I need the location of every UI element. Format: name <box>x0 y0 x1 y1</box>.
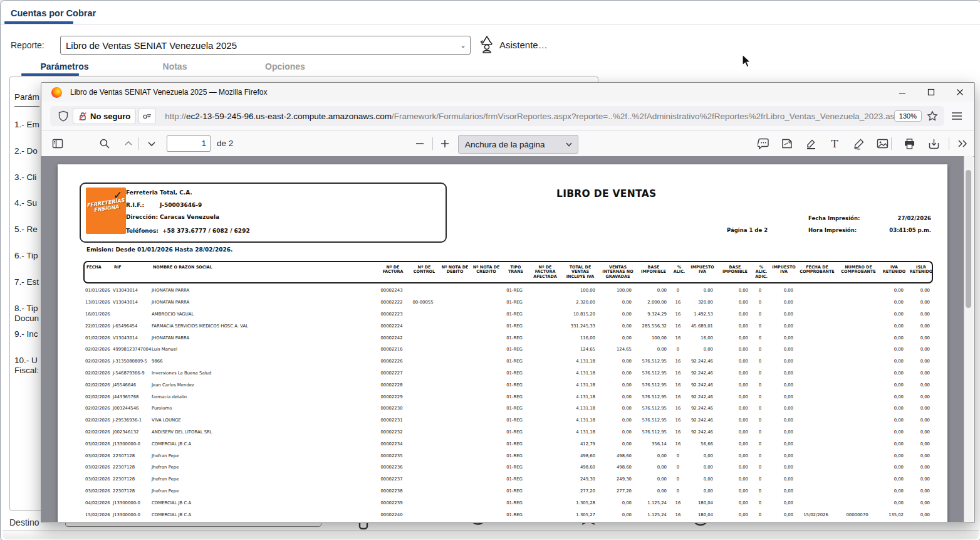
site-security-chip[interactable]: No seguro <box>73 108 136 124</box>
table-cell: 00002236 <box>375 465 408 470</box>
close-button[interactable] <box>946 83 974 102</box>
menu-icon[interactable] <box>951 111 962 121</box>
firefox-window: Libro de Ventas SENIAT Venezuela 2025 — … <box>41 82 975 523</box>
table-cell: 0,00 <box>716 300 751 305</box>
table-cell: 16/01/2026 <box>83 312 111 317</box>
table-cell: ANDISERV DEL LITORAL SRL <box>150 430 375 435</box>
table-cell: 0,00 <box>907 489 933 494</box>
table-cell: 02/02/2026 <box>83 347 111 352</box>
permissions-icon[interactable] <box>138 108 156 124</box>
table-cell: 0,00 <box>598 371 635 376</box>
search-icon[interactable] <box>97 136 112 151</box>
image-tool-icon[interactable] <box>875 136 890 151</box>
table-cell: 00002230 <box>375 406 408 411</box>
previous-page-icon[interactable] <box>121 136 136 151</box>
window-tab-cuentas-por-cobrar[interactable]: Cuentas por Cobrar <box>11 8 96 18</box>
table-cell: 02/02/2026 <box>83 406 111 411</box>
maximize-button[interactable] <box>917 83 946 102</box>
table-cell: 0 <box>751 394 769 400</box>
direccion-label: Dirección: <box>126 214 158 220</box>
table-cell: 576.512,95 <box>635 371 670 376</box>
table-cell: 0 <box>751 430 769 435</box>
column-header: IVA RETENIDO <box>880 265 908 280</box>
shield-icon[interactable] <box>58 110 69 122</box>
table-cell: 0,00 <box>879 383 907 388</box>
zoom-out-icon[interactable] <box>412 136 427 151</box>
table-cell: 0 <box>751 359 769 364</box>
table-cell: 0,00 <box>716 477 751 482</box>
reporte-select[interactable]: Libro de Ventas SENIAT Venezuela 2025 ⌄ <box>60 36 471 55</box>
table-cell: 0,00 <box>769 500 796 506</box>
table-cell: 0,00 <box>635 477 670 482</box>
minimize-button[interactable] <box>888 83 917 102</box>
column-header: % ALIC. ADIC. <box>753 265 770 280</box>
text-tool-icon[interactable]: T <box>827 136 842 151</box>
table-cell: 1.492,53 <box>686 312 716 317</box>
table-cell: 01-REG <box>501 383 528 388</box>
table-cell: 0,00 <box>769 418 796 423</box>
table-cell: 285.556,32 <box>635 324 670 329</box>
tab-notas[interactable]: Notas <box>120 58 230 71</box>
page-number-input[interactable]: 1 <box>167 135 211 152</box>
table-cell: J45546646 <box>111 383 150 388</box>
table-cell: 03/02/2026 <box>83 477 111 482</box>
zoom-mode-select[interactable]: Anchura de la página <box>458 135 578 154</box>
table-cell: 16 <box>670 312 686 317</box>
table-cell: 01-REG <box>501 477 528 482</box>
table-cell: 0,00 <box>716 430 751 435</box>
titlebar[interactable]: Libro de Ventas SENIAT Venezuela 2025 — … <box>41 83 974 102</box>
url-text[interactable]: http://ec2-13-59-245-96.us-east-2.comput… <box>165 112 894 121</box>
table-cell: 576.512,95 <box>635 359 670 364</box>
table-cell: 2.320,00 <box>560 300 598 305</box>
table-cell: J003244546 <box>111 406 150 411</box>
table-cell: 02/02/2026 <box>83 359 111 364</box>
table-cell: 0,00 <box>907 430 933 435</box>
table-cell: 0,00 <box>635 489 670 494</box>
table-cell: 0,00 <box>907 465 933 470</box>
url-bar[interactable]: No seguro http://ec2-13-59-245-96.us-eas… <box>50 106 944 126</box>
print-icon[interactable] <box>902 136 917 151</box>
table-cell: 16 <box>670 430 686 435</box>
signature-icon[interactable] <box>779 136 795 151</box>
table-cell: 0,00 <box>769 300 796 305</box>
table-cell: 0,00 <box>769 489 796 494</box>
table-cell: 0 <box>751 453 769 458</box>
table-cell: 180,04 <box>686 512 716 517</box>
next-page-icon[interactable] <box>144 136 159 151</box>
firefox-logo-icon <box>51 87 62 98</box>
table-cell: 0,00 <box>879 336 907 341</box>
highlighter-icon[interactable] <box>803 136 818 151</box>
tab-opciones[interactable]: Opciones <box>230 58 340 71</box>
table-cell: 01-REG <box>501 347 528 352</box>
table-cell: farmacia detalin <box>150 394 375 400</box>
table-cell: 00002216 <box>375 347 408 352</box>
table-cell: Jean Carlos Mendez <box>150 383 375 388</box>
zoom-in-icon[interactable] <box>437 136 452 151</box>
table-cell: 0,00 <box>716 453 751 458</box>
table-cell: 0,00 <box>769 512 796 517</box>
double-chevron-icon[interactable] <box>955 136 970 151</box>
asistente-button[interactable]: Asistente… <box>478 35 548 54</box>
table-cell: J-65496454 <box>111 324 150 329</box>
page-zoom-badge[interactable]: 130% <box>894 110 922 122</box>
table-cell: 0,00 <box>635 288 670 293</box>
bookmark-star-icon[interactable] <box>927 110 938 122</box>
table-cell: 576.512,95 <box>635 418 670 423</box>
table-cell: 92.242,46 <box>686 371 716 376</box>
table-cell: 01-REG <box>501 324 528 329</box>
table-row: 01/02/2026V13043014JHONATAN PARRA0000224… <box>83 332 930 344</box>
pdf-scrollbar-thumb[interactable] <box>966 170 971 308</box>
zoom-mode-value: Anchura de la página <box>459 140 565 149</box>
table-cell: J13300000-0 <box>111 442 150 447</box>
sidebar-toggle-icon[interactable] <box>50 136 65 151</box>
table-cell: 0,00 <box>769 288 796 293</box>
table-cell: 01-REG <box>501 418 528 423</box>
save-icon[interactable] <box>926 136 941 151</box>
comment-icon[interactable] <box>756 136 771 151</box>
column-header: Nº DE FACTURA <box>377 265 409 280</box>
draw-icon[interactable] <box>851 136 866 151</box>
table-cell: 0,00 <box>907 512 933 517</box>
pdf-scrollbar[interactable] <box>964 156 973 522</box>
table-row: 22/01/2026J-65496454FARMACIA SERVICIOS M… <box>83 320 930 332</box>
tab-parametros[interactable]: Parámetros <box>9 58 120 71</box>
